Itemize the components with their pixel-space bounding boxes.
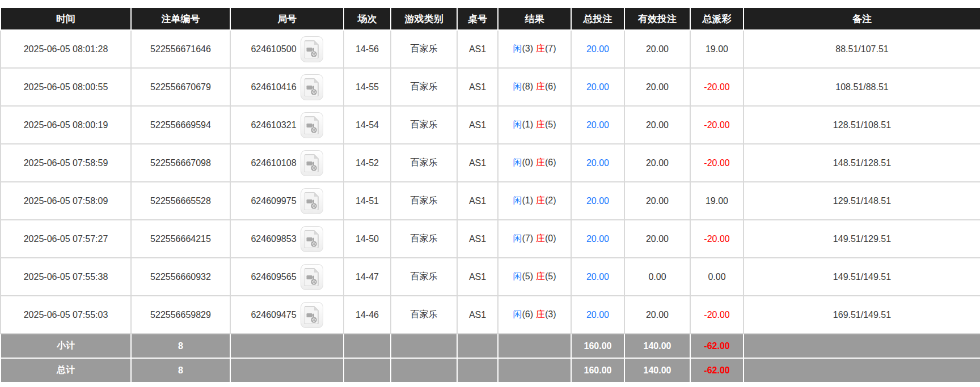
subtotal-count: 8 [131, 334, 230, 358]
cell-result: 闲(5)庄(5) [498, 258, 571, 296]
header-game: 游戏类别 [391, 8, 457, 30]
video-replay-button[interactable] [301, 302, 323, 328]
banker-result-label: 庄 [536, 309, 545, 319]
cell-round: 624609565 [230, 258, 344, 296]
header-bet-id: 注单编号 [131, 8, 230, 30]
cell-game: 百家乐 [391, 182, 457, 220]
table-row: 2025-06-05 07:58:09 522556665528 6246099… [1, 182, 980, 220]
cell-table-no: AS1 [457, 258, 498, 296]
table-row: 2025-06-05 07:58:59 522556667098 6246101… [1, 144, 980, 182]
round-number: 624609975 [251, 196, 296, 206]
round-number: 624610500 [251, 44, 296, 54]
banker-result-value: (3) [545, 309, 556, 319]
video-replay-button[interactable] [301, 264, 323, 290]
cell-bet-id: 522556664215 [131, 220, 230, 258]
table-body: 2025-06-05 08:01:28 522556671646 6246105… [1, 30, 980, 334]
cell-valid-bet: 20.00 [624, 68, 690, 106]
banker-result-label: 庄 [536, 82, 545, 91]
round-number: 624609853 [251, 234, 296, 244]
cell-bet-id: 522556670679 [131, 68, 230, 106]
cell-session: 14-50 [344, 220, 391, 258]
player-result-label: 闲 [513, 44, 522, 53]
player-result-label: 闲 [513, 120, 522, 129]
cell-session: 14-56 [344, 30, 391, 68]
player-result-label: 闲 [513, 271, 522, 281]
summary-empty-cell [230, 358, 344, 382]
cell-round: 624609975 [230, 182, 344, 220]
cell-game: 百家乐 [391, 68, 457, 106]
banker-result-label: 庄 [536, 120, 545, 129]
total-total-bet: 160.00 [571, 358, 624, 382]
video-replay-button[interactable] [301, 112, 323, 138]
banker-result-label: 庄 [536, 195, 545, 205]
video-file-icon [305, 154, 319, 172]
video-replay-button[interactable] [301, 226, 323, 252]
cell-table-no: AS1 [457, 182, 498, 220]
header-total-bet: 总投注 [571, 8, 624, 30]
cell-total-bet: 20.00 [571, 144, 624, 182]
summary-empty-cell [498, 358, 571, 382]
round-number: 624610416 [251, 82, 296, 92]
cell-time: 2025-06-05 07:55:38 [1, 258, 131, 296]
header-time: 时间 [1, 8, 131, 30]
cell-payout: 19.00 [690, 182, 744, 220]
cell-table-no: AS1 [457, 220, 498, 258]
cell-remark: 108.51/88.51 [744, 68, 980, 106]
table-header: 时间 注单编号 局号 场次 游戏类别 桌号 结果 总投注 有效投注 总派彩 备注 [1, 8, 980, 30]
banker-result-value: (0) [545, 233, 556, 243]
cell-game: 百家乐 [391, 220, 457, 258]
cell-time: 2025-06-05 07:58:59 [1, 144, 131, 182]
cell-result: 闲(8)庄(6) [498, 68, 571, 106]
player-result-value: (1) [522, 120, 533, 129]
cell-round: 624610108 [230, 144, 344, 182]
header-result: 结果 [498, 8, 571, 30]
cell-bet-id: 522556660932 [131, 258, 230, 296]
round-number: 624610321 [251, 120, 296, 130]
table-row: 2025-06-05 07:55:38 522556660932 6246095… [1, 258, 980, 296]
cell-total-bet: 20.00 [571, 68, 624, 106]
player-result-value: (8) [522, 82, 533, 91]
video-replay-button[interactable] [301, 74, 323, 100]
cell-payout: -20.00 [690, 106, 744, 144]
video-replay-button[interactable] [301, 36, 323, 62]
subtotal-payout: -62.00 [690, 334, 744, 358]
video-file-icon [305, 78, 319, 96]
banker-result-value: (5) [545, 120, 556, 129]
cell-bet-id: 522556665528 [131, 182, 230, 220]
summary-empty-cell [498, 334, 571, 358]
cell-valid-bet: 20.00 [624, 220, 690, 258]
cell-result: 闲(0)庄(6) [498, 144, 571, 182]
banker-result-value: (2) [545, 195, 556, 205]
round-number: 624609565 [251, 272, 296, 282]
table-row: 2025-06-05 08:00:55 522556670679 6246104… [1, 68, 980, 106]
video-file-icon [305, 40, 319, 58]
table-summary: 小计 8 160.00 140.00 -62.00 总计 8 [1, 334, 980, 382]
cell-result: 闲(1)庄(5) [498, 106, 571, 144]
round-number: 624609475 [251, 310, 296, 320]
round-number: 624610108 [251, 158, 296, 168]
header-valid-bet: 有效投注 [624, 8, 690, 30]
cell-remark: 128.51/108.51 [744, 106, 980, 144]
cell-bet-id: 522556671646 [131, 30, 230, 68]
header-table-no: 桌号 [457, 8, 498, 30]
player-result-value: (7) [522, 233, 533, 243]
banker-result-value: (7) [545, 44, 556, 53]
banker-result-value: (5) [545, 271, 556, 281]
total-label: 总计 [1, 358, 131, 382]
video-file-icon [305, 230, 319, 248]
cell-remark: 88.51/107.51 [744, 30, 980, 68]
video-replay-button[interactable] [301, 150, 323, 176]
cell-table-no: AS1 [457, 68, 498, 106]
summary-empty-cell [230, 334, 344, 358]
player-result-value: (5) [522, 271, 533, 281]
cell-payout: -20.00 [690, 220, 744, 258]
player-result-value: (6) [522, 309, 533, 319]
cell-bet-id: 522556659829 [131, 296, 230, 334]
cell-round: 624610500 [230, 30, 344, 68]
total-payout: -62.00 [690, 358, 744, 382]
cell-bet-id: 522556667098 [131, 144, 230, 182]
summary-empty-cell [457, 358, 498, 382]
cell-valid-bet: 20.00 [624, 296, 690, 334]
cell-total-bet: 20.00 [571, 220, 624, 258]
video-replay-button[interactable] [301, 188, 323, 214]
